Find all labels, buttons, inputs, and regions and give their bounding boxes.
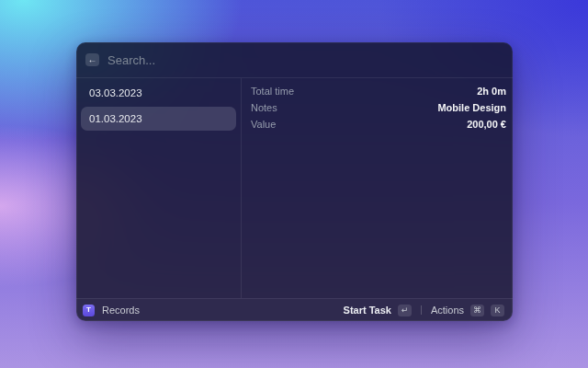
detail-label: Value xyxy=(251,119,276,130)
records-list: 03.03.2023 01.03.2023 xyxy=(76,78,242,298)
list-item-label: 01.03.2023 xyxy=(89,113,142,124)
detail-value: 200,00 € xyxy=(467,119,506,130)
detail-value: 2h 0m xyxy=(477,86,506,97)
detail-row-value: Value 200,00 € xyxy=(251,116,506,132)
footer-actions: Start Task ↵ Actions ⌘ K xyxy=(342,303,506,318)
detail-label: Notes xyxy=(251,102,277,113)
enter-key-icon: ↵ xyxy=(398,305,412,316)
footer-divider xyxy=(421,305,422,315)
search-input[interactable] xyxy=(107,53,503,67)
list-item-date[interactable]: 03.03.2023 xyxy=(81,81,236,105)
arrow-left-icon: ← xyxy=(88,55,97,64)
footer-bar: T Records Start Task ↵ Actions ⌘ K xyxy=(76,298,513,321)
actions-menu-button[interactable]: Actions ⌘ K xyxy=(429,303,506,318)
detail-value: Mobile Design xyxy=(437,102,506,113)
footer-app-label: Records xyxy=(102,305,140,316)
detail-label: Total time xyxy=(251,86,294,97)
k-key-icon: K xyxy=(491,305,504,316)
launcher-window: ← 03.03.2023 01.03.2023 Total time 2h 0m xyxy=(76,42,513,321)
command-key-icon: ⌘ xyxy=(470,305,484,316)
detail-row-notes: Notes Mobile Design xyxy=(251,99,506,116)
search-bar: ← xyxy=(76,42,513,78)
records-extension-icon: T xyxy=(83,305,95,316)
desktop-background: ← 03.03.2023 01.03.2023 Total time 2h 0m xyxy=(0,0,588,368)
list-item-date-selected[interactable]: 01.03.2023 xyxy=(81,107,236,131)
content-area: 03.03.2023 01.03.2023 Total time 2h 0m N… xyxy=(76,78,513,298)
detail-row-total-time: Total time 2h 0m xyxy=(251,83,506,99)
back-button[interactable]: ← xyxy=(85,53,99,66)
app-icon-letter: T xyxy=(86,306,91,314)
start-task-button[interactable]: Start Task ↵ xyxy=(342,303,413,318)
footer-app: T Records xyxy=(83,305,342,316)
actions-label: Actions xyxy=(431,305,464,316)
list-item-label: 03.03.2023 xyxy=(89,87,142,98)
record-details: Total time 2h 0m Notes Mobile Design Val… xyxy=(242,78,513,298)
start-task-label: Start Task xyxy=(344,305,391,316)
